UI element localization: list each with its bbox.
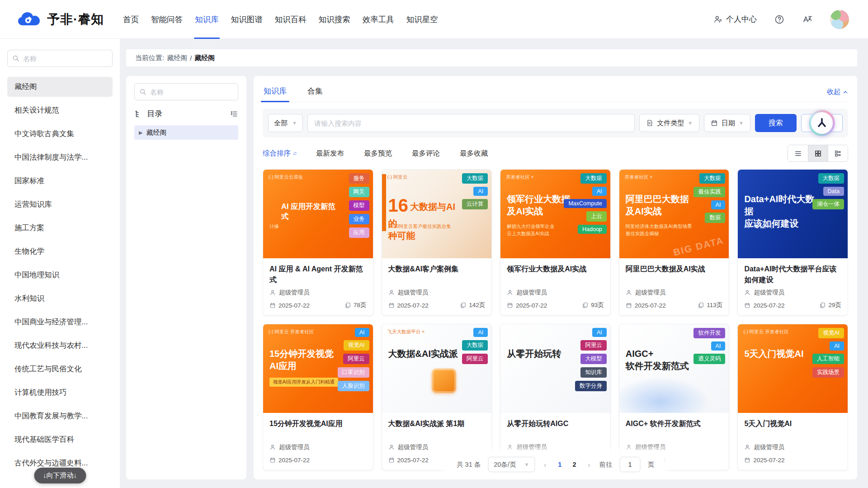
sidebar-item[interactable]: 相关设计规范 <box>7 100 113 120</box>
detail-view-icon[interactable] <box>828 145 848 161</box>
tree-node-cangjingge[interactable]: ▶ 藏经阁 <box>134 125 238 140</box>
sort-option-label: 最多收藏 <box>460 149 488 158</box>
keyword-input[interactable] <box>314 119 628 127</box>
nav-item[interactable]: 知识图谱 <box>231 0 263 39</box>
list-view-icon[interactable] <box>788 145 808 161</box>
chevron-down-icon: ▼ <box>688 120 693 126</box>
directory-header: 目录 <box>134 109 238 119</box>
knowledge-card[interactable]: (-) 阿里云云原生 AI 应用开发新范式 计缘 服务网关模型业务应用 AI 应… <box>263 169 373 316</box>
brand-logo[interactable]: 予非·睿知 <box>17 11 104 28</box>
calendar-icon <box>711 119 718 127</box>
knowledge-card[interactable]: (-) 阿里云 开发者社区 15分钟开发视觉AI应用 视觉AI应用开发从入门到精… <box>263 324 373 470</box>
ai-assistant-widget[interactable] <box>809 110 835 136</box>
sidebar-item[interactable]: 运营知识库 <box>7 194 113 214</box>
knowledge-card[interactable]: 开发者社区 × 阿里巴巴大数据 及AI实战 阿里经济体大数据及AI典型场景 最佳… <box>619 169 730 316</box>
sidebar-item[interactable]: 中国法律制度与法学... <box>7 147 113 167</box>
card-cover-heading-text: 领军行业大数据 及AI实战 <box>507 194 570 216</box>
sort-option-label: 综合排序 <box>263 149 291 158</box>
goto-page-input[interactable] <box>619 457 640 472</box>
sort-option[interactable]: 最多预览 <box>364 149 392 158</box>
calendar-icon <box>507 302 513 308</box>
sidebar-item[interactable]: 计算机使用技巧 <box>7 383 113 403</box>
card-author: 超级管理员 <box>516 289 547 297</box>
sidebar-item[interactable]: 国家标准 <box>7 171 113 191</box>
knowledge-sidebar: 藏经阁相关设计规范中文诗歌古典文集中国法律制度与法学...国家标准运营知识库施工… <box>0 39 120 488</box>
collapse-directory-icon[interactable] <box>230 110 238 118</box>
card-tag: 最佳实践 <box>693 187 725 197</box>
card-tag: 数字分身 <box>575 381 607 391</box>
nav-item[interactable]: 知识百科 <box>275 0 307 39</box>
user-avatar[interactable] <box>830 10 849 29</box>
knowledge-card[interactable]: (-) 阿里云 16大数据与AI的 种可能 2020阿里云客户最佳实践合集 大数… <box>382 169 492 316</box>
nav-item[interactable]: 效率工具 <box>363 0 394 39</box>
knowledge-card[interactable]: 飞天大数据平台 × 大数据&AI实战派 AI大数据阿里云 大数据&AI实战派 第… <box>382 324 492 470</box>
sidebar-item[interactable]: 现代基础医学百科 <box>7 430 113 450</box>
card-cover-brand: (-) 阿里云 <box>387 174 408 180</box>
sidebar-item[interactable]: 中文诗歌古典文集 <box>7 124 113 144</box>
page-unit: 页 <box>647 460 654 469</box>
calendar-icon <box>269 302 276 308</box>
nav-item[interactable]: 知识库 <box>195 0 219 39</box>
sidebar-item[interactable]: 传统工艺与民俗文化 <box>7 359 113 379</box>
cards-viewport: (-) 阿里云云原生 AI 应用开发新范式 计缘 服务网关模型业务应用 AI 应… <box>263 169 848 475</box>
sort-option[interactable]: 最多收藏 <box>460 149 488 158</box>
keyword-search[interactable] <box>307 114 635 132</box>
knowledge-card[interactable]: AIGC+ 软件开发新范式 软件开发AI通义灵码 AIGC+ 软件开发新范式 超… <box>619 324 730 470</box>
user-center-link[interactable]: 个人中心 <box>713 14 757 24</box>
search-button[interactable]: 搜索 <box>755 114 797 132</box>
nav-item[interactable]: 首页 <box>123 0 139 39</box>
grid-view-icon[interactable] <box>808 145 828 161</box>
chevron-up-icon <box>843 90 848 95</box>
knowledge-card[interactable]: 从零开始玩转 AI阿里云大模型知识库数字分身 从零开始玩转AIGC 超级管理员 … <box>500 324 611 470</box>
nav-item[interactable]: 知识星空 <box>406 0 438 39</box>
sort-option[interactable]: 最新发布 <box>316 149 344 158</box>
filter-bar: 全部 ▼ 文件类型 ▼ 日期 <box>263 109 848 137</box>
sidebar-item[interactable]: 水利知识 <box>7 289 113 308</box>
sidebar-item-label: 水利知识 <box>14 294 44 303</box>
date-filter[interactable]: 日期 ▼ <box>704 114 750 132</box>
tab-knowledge-base[interactable]: 知识库 <box>263 86 288 102</box>
breadcrumb-prefix: 当前位置: <box>135 54 164 62</box>
card-pages-cell: 93页 <box>582 301 604 309</box>
help-icon[interactable] <box>774 14 785 25</box>
page-number[interactable]: 1 <box>555 461 564 468</box>
sidebar-item[interactable]: 现代农业科技与农村... <box>7 336 113 355</box>
knowledge-card[interactable]: 开发者社区 × 领军行业大数据 及AI实战 解锁九大行业领军企业 云上大数据及A… <box>500 169 611 316</box>
sidebar-item[interactable]: 施工方案 <box>7 218 113 238</box>
knowledge-card[interactable]: Data+AI时代大数据 应该如何建设 刘一鸣 (合一) 大数据Data湖仓一体… <box>737 169 848 316</box>
nav-item[interactable]: 智能问答 <box>151 0 183 39</box>
prev-page-arrow[interactable]: ‹ <box>542 461 548 469</box>
sort-option[interactable]: 综合排序 ↓↑ <box>263 149 296 158</box>
page-size-select[interactable]: 20条/页 ▼ <box>488 457 535 472</box>
directory-search[interactable] <box>134 83 238 100</box>
file-type-filter[interactable]: 文件类型 ▼ <box>639 114 699 132</box>
knowledge-card[interactable]: (-) 阿里云 开发者社区 5天入门视觉AI 视觉AIAI人工智能实践场景 5天… <box>737 324 848 470</box>
sidebar-item[interactable]: 中国教育发展与教学... <box>7 406 113 426</box>
breadcrumb-parent[interactable]: 藏经阁 <box>167 54 187 62</box>
card-tag: AI <box>473 328 488 337</box>
language-switch-icon[interactable] <box>802 14 813 25</box>
collapse-link[interactable]: 收起 <box>827 88 848 102</box>
directory-search-input[interactable] <box>150 88 233 96</box>
card-title: 阿里巴巴大数据及AI实战 <box>626 264 723 285</box>
card-tag: 软件开发 <box>693 328 725 338</box>
sidebar-item[interactable]: 中国商业与经济管理... <box>7 312 113 332</box>
scroll-down-hint[interactable]: ↓向下滑动↓ <box>34 468 86 483</box>
sort-option-label: 最多评论 <box>412 149 440 158</box>
next-page-arrow[interactable]: › <box>586 461 592 469</box>
sidebar-search-input[interactable] <box>23 55 108 62</box>
sidebar-search[interactable] <box>7 50 113 67</box>
nav-item[interactable]: 知识搜索 <box>319 0 350 39</box>
card-author: 超级管理员 <box>754 289 784 297</box>
page-number[interactable]: 2 <box>570 461 579 468</box>
card-tag-list: 大数据AIMaxCompute上云Hadoop <box>564 173 606 234</box>
sidebar-item-label: 现代农业科技与农村... <box>14 341 88 351</box>
scope-select[interactable]: 全部 ▼ <box>268 114 303 132</box>
tab-collection[interactable]: 合集 <box>307 86 324 102</box>
sidebar-item[interactable]: 生物化学 <box>7 242 113 261</box>
sidebar-item[interactable]: 藏经阁 <box>7 77 113 97</box>
sort-option[interactable]: 最多评论 <box>412 149 440 158</box>
card-tag-list: 大数据最佳实践AI数据 <box>693 173 725 223</box>
scope-value: 全部 <box>274 119 288 128</box>
sidebar-item[interactable]: 中国地理知识 <box>7 265 113 285</box>
